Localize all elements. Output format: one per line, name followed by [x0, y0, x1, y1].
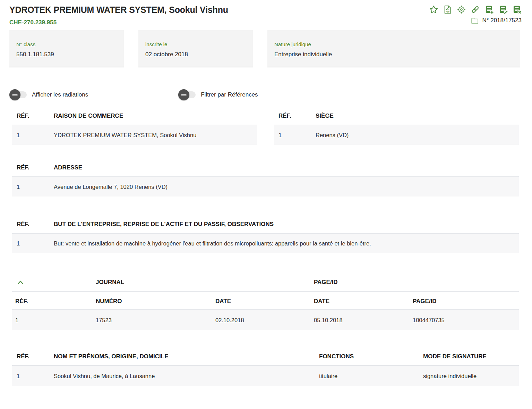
persons-column-headers: RÉF. NOM ET PRÉNOMS, ORIGINE, DOMICILE F… [12, 353, 519, 360]
info-label: Nature juridique [274, 41, 513, 47]
signature-column-header: MODE DE SIGNATURE [423, 353, 519, 360]
info-label: inscrite le [145, 41, 246, 47]
ref-cell: 1 [17, 373, 54, 379]
toggle-switch[interactable] [9, 89, 27, 101]
toggle-show-radiations[interactable]: Afficher les radiations [9, 89, 88, 101]
table-row: 1 Avenue de Longemalle 7, 1020 Renens (V… [12, 176, 519, 197]
company-register-page: YDROTEK PREMIUM WATER SYSTEM, Sookul Vis… [0, 0, 532, 409]
journal-date-column-header: DATE [215, 298, 314, 305]
info-value: 550.1.181.539 [16, 51, 117, 58]
toggle-switch[interactable] [178, 89, 196, 101]
journal-separator [12, 291, 519, 292]
page-date-column-header: DATE [314, 298, 413, 305]
info-label: N° class [16, 41, 117, 47]
table-row: 1 But: vente et installation de machine … [12, 233, 519, 253]
page-id-cell: 1004470735 [413, 317, 519, 324]
header-actions: PDF [429, 5, 522, 25]
target-icon[interactable] [457, 5, 466, 14]
numero-cell: 17523 [96, 317, 215, 324]
name-cell: Sookul Vishnu, de Maurice, à Lausanne [54, 373, 319, 379]
toggle-label: Afficher les radiations [32, 91, 88, 98]
toggle-knob [9, 89, 20, 100]
info-box-registration-date: inscrite le 02 octobre 2018 [138, 30, 253, 67]
doc-delete-icon[interactable] [512, 5, 522, 14]
numero-column-header: NUMÉRO [96, 298, 215, 305]
journal-table: JOURNAL PAGE/ID RÉF. NUMÉRO DATE DATE PA… [12, 278, 519, 330]
journal-row: 1 17523 02.10.2018 05.10.2018 1004470735 [12, 309, 519, 330]
page-date-cell: 05.10.2018 [314, 317, 413, 324]
link-icon[interactable] [471, 5, 480, 14]
siege-column-header: SIÈGE [316, 112, 519, 119]
journal-group-header: JOURNAL PAGE/ID [12, 278, 519, 286]
page-title: YDROTEK PREMIUM WATER SYSTEM, Sookul Vis… [9, 5, 228, 15]
info-boxes: N° class 550.1.181.539 inscrite le 02 oc… [9, 30, 520, 67]
journal-group-label: JOURNAL [96, 279, 215, 286]
register-tables: RÉF. RAISON DE COMMERCE 1 YDROTEK PREMIU… [12, 112, 519, 386]
table-row: 1 Renens (VD) [274, 125, 519, 145]
toggle-label: Filtrer par Références [201, 91, 258, 98]
ref-cell: 1 [278, 132, 316, 139]
ref-cell: 1 [17, 132, 54, 139]
siege-cell: Renens (VD) [316, 132, 519, 139]
info-value: Entreprise individuelle [274, 51, 513, 58]
name-column-header: NOM ET PRÉNOMS, ORIGINE, DOMICILE [54, 353, 319, 360]
filter-toggles: Afficher les radiations Filtrer par Réfé… [9, 89, 532, 101]
ref-column-header: RÉF. [17, 353, 54, 360]
siege-table: RÉF. SIÈGE 1 Renens (VD) [274, 112, 519, 145]
persons-row: 1 Sookul Vishnu, de Maurice, à Lausanne … [12, 365, 519, 386]
info-box-class-number: N° class 550.1.181.539 [9, 30, 124, 67]
but-table: RÉF. BUT DE L'ENTREPRISE, REPRISE DE L'A… [12, 221, 519, 253]
raison-de-commerce-table: RÉF. RAISON DE COMMERCE 1 YDROTEK PREMIU… [12, 112, 257, 145]
persons-table: RÉF. NOM ET PRÉNOMS, ORIGINE, DOMICILE F… [12, 353, 519, 386]
ref-cell: 1 [17, 240, 54, 247]
info-box-legal-form: Nature juridique Entreprise individuelle [267, 30, 520, 67]
folder-icon [471, 16, 479, 25]
chevron-up-icon[interactable] [17, 278, 24, 286]
journal-date-cell: 02.10.2018 [215, 317, 314, 324]
name-and-seat-row: RÉF. RAISON DE COMMERCE 1 YDROTEK PREMIU… [12, 112, 519, 145]
title-block: YDROTEK PREMIUM WATER SYSTEM, Sookul Vis… [9, 5, 228, 26]
raison-cell: YDROTEK PREMIUM WATER SYSTEM, Sookul Vis… [54, 132, 257, 139]
fonctions-cell: titulaire [319, 373, 423, 379]
svg-text:PDF: PDF [446, 11, 450, 13]
adresse-cell: Avenue de Longemalle 7, 1020 Renens (VD) [54, 184, 519, 190]
table-row: 1 YDROTEK PREMIUM WATER SYSTEM, Sookul V… [12, 125, 257, 145]
page-id-column-header: PAGE/ID [413, 298, 519, 305]
toggle-knob [178, 89, 189, 100]
ref-cell: 1 [15, 317, 96, 324]
ref-column-header: RÉF. [17, 221, 54, 228]
page-id-group-label: PAGE/ID [314, 279, 413, 286]
info-value: 02 octobre 2018 [145, 51, 246, 58]
page-header: YDROTEK PREMIUM WATER SYSTEM, Sookul Vis… [0, 0, 532, 26]
doc-add-icon[interactable] [484, 5, 494, 14]
ref-column-header: RÉF. [17, 112, 54, 119]
ref-column-header: RÉF. [15, 298, 96, 305]
ref-cell: 1 [17, 184, 54, 190]
ref-column-header: RÉF. [278, 112, 316, 119]
company-uid: CHE-270.239.955 [9, 19, 228, 26]
dossier-number-row: N° 2018/17523 [429, 16, 522, 25]
raison-column-header: RAISON DE COMMERCE [54, 112, 257, 119]
adresse-column-header: ADRESSE [54, 164, 519, 171]
star-icon[interactable] [429, 5, 438, 14]
journal-column-headers: RÉF. NUMÉRO DATE DATE PAGE/ID [12, 298, 519, 305]
table-header: RÉF. ADRESSE [12, 164, 519, 171]
table-header: RÉF. SIÈGE [274, 112, 519, 119]
ref-column-header: RÉF. [17, 164, 54, 171]
table-header: RÉF. RAISON DE COMMERCE [12, 112, 257, 119]
toggle-filter-references[interactable]: Filtrer par Références [178, 89, 258, 101]
dossier-number: N° 2018/17523 [482, 17, 522, 24]
but-cell: But: vente et installation de machine à … [54, 240, 519, 247]
but-column-header: BUT DE L'ENTREPRISE, REPRISE DE L'ACTIF … [54, 221, 519, 228]
pdf-icon[interactable]: PDF [443, 5, 452, 14]
adresse-table: RÉF. ADRESSE 1 Avenue de Longemalle 7, 1… [12, 164, 519, 197]
toolbar: PDF [429, 5, 522, 14]
fonctions-column-header: FONCTIONS [319, 353, 423, 360]
table-header: RÉF. BUT DE L'ENTREPRISE, REPRISE DE L'A… [12, 221, 519, 228]
signature-cell: signature individuelle [423, 373, 519, 379]
doc-edit-icon[interactable] [498, 5, 508, 14]
